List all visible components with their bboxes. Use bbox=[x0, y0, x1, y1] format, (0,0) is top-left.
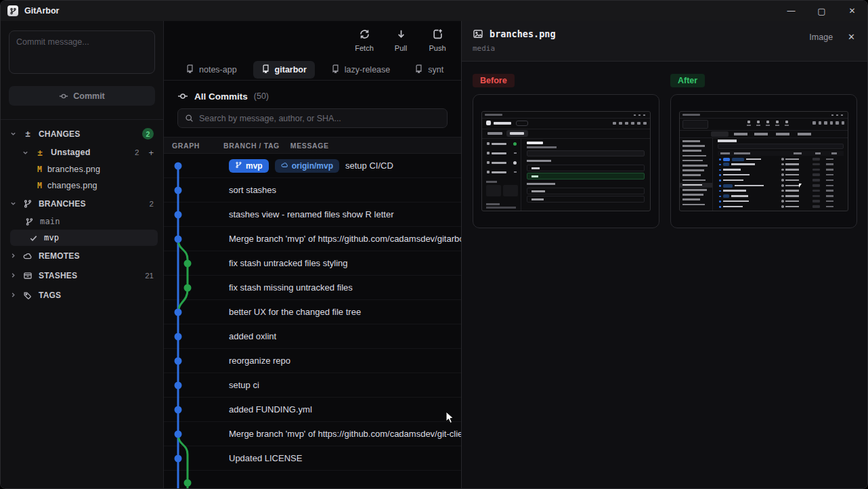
tab-label: notes-app bbox=[199, 65, 237, 75]
file-item-branches-png[interactable]: M branches.png bbox=[6, 161, 158, 177]
fetch-button[interactable]: Fetch bbox=[349, 28, 380, 52]
commit-message: better UX for the changed file tree bbox=[229, 307, 361, 317]
push-button[interactable]: Push bbox=[422, 28, 453, 52]
after-badge: After bbox=[670, 74, 705, 87]
changes-count-badge: 2 bbox=[142, 128, 154, 140]
tab-notes-app[interactable]: notes-app bbox=[177, 61, 245, 79]
commit-message: Merge branch 'mvp' of https://github.com… bbox=[229, 234, 461, 244]
tab-gitarbor[interactable]: gitarbor bbox=[253, 61, 315, 79]
commit-button[interactable]: Commit bbox=[9, 86, 155, 106]
all-commits-title: All Commits bbox=[194, 91, 248, 102]
stash-icon bbox=[22, 271, 33, 280]
before-image[interactable] bbox=[473, 94, 659, 228]
commits-panel: Fetch Pull Push notes-app gitarbor lazy-… bbox=[164, 21, 461, 488]
sidebar-item-remotes[interactable]: REMOTES bbox=[6, 246, 158, 265]
sidebar-item-tags[interactable]: TAGS bbox=[6, 285, 158, 305]
commit-message: setup ci bbox=[229, 380, 259, 390]
item-label: STASHES bbox=[39, 271, 139, 280]
commit-list: mvp origin/mvpsetup CI/CDsort stashessta… bbox=[164, 154, 461, 488]
commit-search[interactable] bbox=[177, 108, 448, 128]
tab-label: gitarbor bbox=[275, 65, 307, 75]
after-thumbnail bbox=[679, 111, 848, 211]
chevron-right-icon[interactable] bbox=[10, 253, 17, 259]
after-image[interactable] bbox=[670, 94, 857, 228]
file-item-changes-png[interactable]: M changes.png bbox=[6, 177, 158, 194]
chevron-right-icon[interactable] bbox=[10, 292, 17, 298]
cloud-icon bbox=[22, 251, 33, 261]
tab-lazy-release[interactable]: lazy-release bbox=[323, 61, 398, 79]
col-message: MESSAGE bbox=[290, 142, 329, 150]
sidebar-item-changes[interactable]: ±CHANGES2 bbox=[6, 124, 158, 144]
sidebar-item-branches[interactable]: BRANCHES2 bbox=[6, 194, 158, 213]
diff-icon: ± bbox=[22, 129, 33, 139]
modified-flag: M bbox=[37, 165, 42, 174]
col-graph: GRAPH bbox=[164, 142, 223, 150]
close-button[interactable]: ✕ bbox=[837, 1, 867, 21]
before-badge: Before bbox=[473, 74, 515, 87]
branch-icon bbox=[22, 199, 33, 209]
file-name: branches.png bbox=[47, 165, 154, 174]
tag-icon bbox=[22, 291, 33, 300]
commit-message: Updated LICENSE bbox=[229, 453, 302, 463]
commit-message-input[interactable] bbox=[9, 30, 155, 74]
stage-all-button[interactable]: + bbox=[148, 148, 154, 158]
item-label: REMOTES bbox=[39, 251, 154, 261]
mouse-cursor bbox=[446, 411, 455, 425]
file-name: changes.png bbox=[47, 181, 154, 190]
branch-name: mvp bbox=[44, 233, 154, 242]
chevron-right-icon[interactable] bbox=[10, 272, 17, 278]
sidebar-tree: ±CHANGES2±Unstaged2+M branches.pngM chan… bbox=[1, 120, 163, 309]
item-count: 2 bbox=[135, 148, 139, 156]
preview-filetype: media bbox=[473, 44, 556, 53]
all-commits-icon bbox=[177, 91, 188, 102]
commit-message: sort stashes bbox=[229, 185, 276, 195]
minimize-button[interactable]: — bbox=[776, 1, 806, 21]
branch-name: main bbox=[40, 217, 154, 226]
pull-button[interactable]: Pull bbox=[385, 28, 416, 52]
commit-graph bbox=[164, 154, 223, 488]
diff-o-icon: ± bbox=[35, 148, 45, 158]
commit-message: fix stash untracked files styling bbox=[229, 258, 348, 268]
chevron-down-icon[interactable] bbox=[22, 150, 29, 156]
preview-close-button[interactable]: ✕ bbox=[846, 30, 856, 43]
branch-icon bbox=[235, 161, 242, 171]
current-branch-check-icon bbox=[28, 234, 39, 242]
preview-filename: branches.png bbox=[490, 28, 556, 39]
chevron-down-icon[interactable] bbox=[10, 131, 17, 137]
preview-header: branches.png media Image ✕ bbox=[462, 21, 867, 62]
origin/mvp-badge[interactable]: origin/mvp bbox=[275, 159, 339, 173]
file-preview-panel: branches.png media Image ✕ Before A bbox=[461, 21, 867, 488]
app-title: GitArbor bbox=[24, 6, 59, 16]
item-label: BRANCHES bbox=[39, 199, 144, 209]
commit-search-input[interactable] bbox=[199, 114, 440, 123]
repo-icon bbox=[331, 64, 340, 75]
commit-message: Merge branch 'mvp' of https://github.com… bbox=[229, 429, 461, 439]
sidebar-item-unstaged[interactable]: ±Unstaged2+ bbox=[6, 144, 158, 161]
repo-tabs: notes-app gitarbor lazy-release synt bbox=[164, 59, 461, 81]
push-label: Push bbox=[429, 44, 446, 52]
mvp-badge[interactable]: mvp bbox=[229, 159, 269, 173]
branch-item-main[interactable]: main bbox=[6, 213, 158, 230]
col-branch-tag: BRANCH / TAG bbox=[223, 142, 280, 150]
tab-synt[interactable]: synt bbox=[406, 61, 452, 79]
titlebar: GitArbor — ▢ ✕ bbox=[1, 1, 867, 21]
branch-item-mvp[interactable]: mvp bbox=[10, 230, 158, 246]
image-icon bbox=[473, 28, 483, 39]
commit-message: fix stash missing untracked files bbox=[229, 282, 353, 293]
commit-message: stashes view - renamed files show R lett… bbox=[229, 209, 393, 219]
repo-icon bbox=[261, 64, 270, 75]
sidebar: Commit ±CHANGES2±Unstaged2+M branches.pn… bbox=[1, 21, 164, 488]
app-logo-branch-icon bbox=[7, 5, 18, 16]
fetch-icon bbox=[359, 28, 370, 41]
maximize-button[interactable]: ▢ bbox=[806, 1, 837, 21]
commit-message: added oxlint bbox=[229, 331, 276, 341]
commit-message: setup CI/CD bbox=[345, 161, 393, 171]
chevron-down-icon[interactable] bbox=[10, 200, 17, 207]
all-commits-count: (50) bbox=[254, 91, 269, 101]
push-icon bbox=[432, 28, 443, 41]
app-window: GitArbor — ▢ ✕ Commit ±CHANGES2±Unstaged… bbox=[0, 0, 868, 489]
sidebar-item-stashes[interactable]: STASHES21 bbox=[6, 265, 158, 285]
pull-icon bbox=[395, 28, 407, 41]
search-icon bbox=[185, 114, 194, 123]
sync-toolbar: Fetch Pull Push bbox=[164, 21, 461, 59]
